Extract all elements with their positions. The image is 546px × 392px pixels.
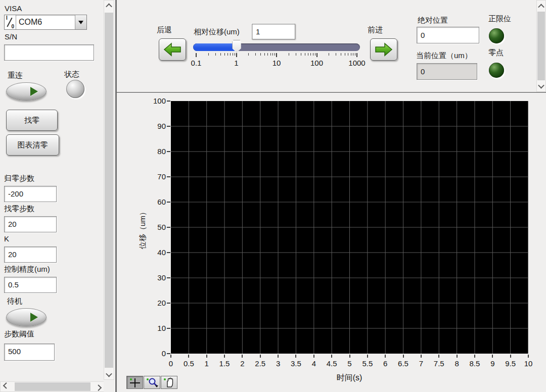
zero-point-led bbox=[489, 63, 504, 78]
y-axis-tick bbox=[167, 202, 170, 203]
x-axis-tick-label: 8.5 bbox=[465, 359, 485, 368]
graph-palette-pan-button[interactable] bbox=[161, 376, 177, 389]
horizontal-scroll-thumb[interactable] bbox=[15, 382, 90, 391]
x-axis-tick-label: 7 bbox=[411, 359, 431, 368]
x-axis-tick-label: 1.5 bbox=[214, 359, 235, 368]
y-axis-tick-label: 90 bbox=[143, 122, 166, 130]
visa-resource-combo[interactable]: I 0 COM6 bbox=[4, 15, 87, 30]
y-axis-tick-label: 80 bbox=[143, 147, 166, 156]
plot-area bbox=[171, 101, 528, 354]
x-axis-tick bbox=[313, 355, 314, 358]
scroll-down-button[interactable] bbox=[537, 81, 545, 90]
x-axis-tick bbox=[528, 355, 529, 358]
slider-minor-tick bbox=[353, 53, 353, 56]
x-axis-tick bbox=[403, 355, 404, 358]
slider-scale-label: 1000 bbox=[344, 59, 370, 67]
slider-major-tick bbox=[236, 53, 237, 57]
slider-major-tick bbox=[196, 53, 197, 57]
control-precision-label: 控制精度(um) bbox=[4, 265, 50, 274]
forward-button[interactable] bbox=[370, 38, 397, 61]
zero-point-label: 零点 bbox=[488, 48, 504, 58]
left-vertical-scrollbar[interactable] bbox=[104, 0, 114, 380]
y-axis-tick-label: 30 bbox=[143, 273, 166, 282]
slider-minor-tick bbox=[315, 53, 315, 56]
x-axis-tick-label: 1 bbox=[197, 359, 217, 368]
x-axis-tick-label: 8 bbox=[447, 359, 467, 368]
y-axis-tick-label: 40 bbox=[143, 248, 166, 257]
y-axis-tick bbox=[167, 126, 170, 127]
reconnect-toggle[interactable] bbox=[6, 82, 47, 101]
slider-minor-tick bbox=[220, 53, 221, 56]
graph-palette-crosshair-button[interactable] bbox=[126, 376, 143, 389]
x-axis-tick bbox=[278, 355, 279, 358]
chevron-down-icon bbox=[106, 370, 112, 377]
visa-value[interactable]: COM6 bbox=[16, 15, 75, 29]
absolute-position-field[interactable]: 0 bbox=[417, 27, 479, 43]
x-axis-tick-label: 3.5 bbox=[286, 359, 306, 368]
slider-minor-tick bbox=[255, 53, 256, 56]
status-led bbox=[66, 80, 84, 98]
y-axis-tick bbox=[167, 353, 170, 354]
x-axis-tick-label: 9.5 bbox=[500, 359, 521, 368]
dropdown-arrow-icon bbox=[78, 21, 83, 24]
slider-minor-tick bbox=[224, 53, 225, 56]
x-axis-tick bbox=[224, 355, 225, 358]
standby-label: 待机 bbox=[7, 297, 22, 306]
left-horizontal-scrollbar[interactable] bbox=[0, 381, 104, 392]
slider-minor-tick bbox=[264, 53, 265, 56]
slider-scale-label: 1 bbox=[224, 59, 249, 67]
scroll-down-button[interactable] bbox=[104, 369, 114, 379]
green-arrow-right-icon bbox=[375, 42, 393, 57]
vertical-scroll-thumb[interactable] bbox=[537, 12, 545, 80]
x-axis-tick-label: 4 bbox=[304, 359, 324, 368]
slider-minor-tick bbox=[336, 53, 336, 56]
back-button[interactable] bbox=[159, 38, 186, 61]
visa-dropdown-button[interactable] bbox=[75, 15, 86, 29]
x-axis-tick-label: 10 bbox=[518, 359, 538, 368]
x-axis-tick-label: 2.5 bbox=[250, 359, 270, 368]
slider-scale-label: 0.1 bbox=[184, 59, 209, 67]
scroll-up-button[interactable] bbox=[104, 1, 114, 11]
green-arrow-left-icon bbox=[163, 42, 181, 57]
find-zero-button[interactable]: 找零 bbox=[6, 110, 58, 131]
x-axis-tick-label: 0 bbox=[161, 359, 181, 368]
y-axis-tick bbox=[167, 101, 170, 102]
y-axis-tick bbox=[167, 303, 170, 304]
control-precision-field[interactable]: 0.5 bbox=[4, 277, 57, 293]
y-axis-tick-label: 50 bbox=[143, 223, 166, 231]
forward-label: 前进 bbox=[368, 25, 383, 35]
sn-field[interactable] bbox=[4, 44, 94, 61]
zero-return-steps-field[interactable]: -200 bbox=[4, 186, 57, 202]
toggle-arrow-icon bbox=[30, 87, 38, 96]
x-axis-tick bbox=[457, 355, 458, 358]
graph-palette-zoom-button[interactable] bbox=[144, 376, 160, 389]
slider-minor-tick bbox=[230, 53, 231, 56]
standby-toggle[interactable] bbox=[6, 308, 47, 326]
x-axis-tick-label: 4.5 bbox=[322, 359, 342, 368]
x-axis-tick-label: 0.5 bbox=[178, 359, 199, 368]
x-axis-tick-label: 6 bbox=[375, 359, 395, 368]
slider-minor-tick bbox=[208, 53, 209, 56]
zero-return-steps-label: 归零步数 bbox=[4, 174, 34, 183]
y-axis-tick-label: 0 bbox=[143, 349, 166, 358]
relative-displacement-value[interactable]: 1 bbox=[252, 24, 295, 39]
scroll-up-button[interactable] bbox=[537, 2, 545, 11]
slider-minor-tick bbox=[228, 53, 228, 56]
vertical-scroll-thumb[interactable] bbox=[105, 13, 113, 368]
slider-minor-tick bbox=[348, 53, 348, 56]
slider-scale-label: 100 bbox=[304, 59, 330, 67]
slider-minor-tick bbox=[345, 53, 345, 56]
scroll-left-button[interactable] bbox=[1, 382, 11, 391]
horizontal-splitter[interactable] bbox=[117, 92, 546, 93]
k-field[interactable]: 20 bbox=[4, 247, 57, 263]
scroll-right-button[interactable] bbox=[94, 382, 104, 391]
top-panel-vertical-scrollbar[interactable] bbox=[536, 0, 546, 92]
x-axis-tick-label: 9 bbox=[482, 359, 503, 368]
current-position-indicator: 0 bbox=[417, 63, 477, 80]
chart-clear-button[interactable]: 图表清零 bbox=[6, 134, 59, 156]
x-axis-tick bbox=[170, 355, 171, 358]
find-zero-steps-field[interactable]: 20 bbox=[4, 216, 57, 232]
step-threshold-field[interactable]: 500 bbox=[4, 344, 55, 361]
slider-minor-tick bbox=[329, 53, 329, 56]
x-axis-tick bbox=[295, 355, 296, 358]
